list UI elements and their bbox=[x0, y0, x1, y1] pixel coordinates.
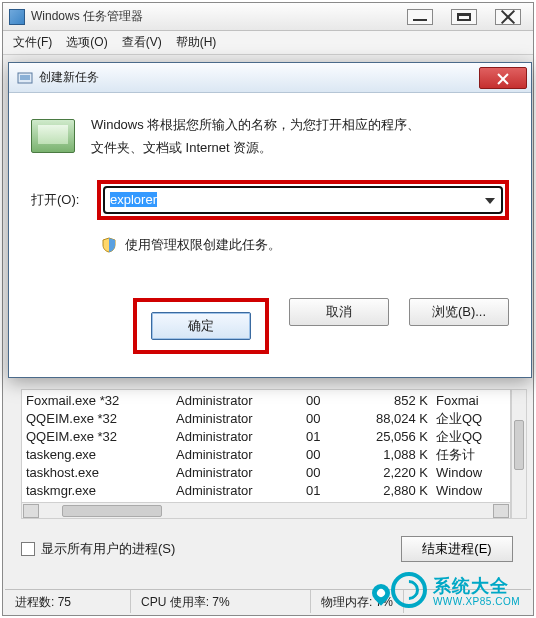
proc-mem: 88,024 K bbox=[346, 410, 436, 428]
proc-desc: Foxmai bbox=[436, 392, 510, 410]
menu-options[interactable]: 选项(O) bbox=[66, 34, 107, 51]
run-program-icon bbox=[31, 113, 75, 157]
open-input[interactable] bbox=[103, 186, 503, 214]
app-icon bbox=[9, 9, 25, 25]
proc-desc: 企业QQ bbox=[436, 428, 510, 446]
open-input-highlight bbox=[97, 180, 509, 220]
open-label: 打开(O): bbox=[31, 191, 91, 209]
proc-cpu: 00 bbox=[306, 446, 346, 464]
proc-cpu: 01 bbox=[306, 482, 346, 500]
checkbox-icon[interactable] bbox=[21, 542, 35, 556]
status-process-count: 进程数: 75 bbox=[5, 590, 131, 613]
window-title: Windows 任务管理器 bbox=[31, 8, 407, 25]
table-row[interactable]: QQEIM.exe *32Administrator0125,056 K企业QQ bbox=[26, 428, 510, 446]
process-list[interactable]: Foxmail.exe *32Administrator00852 KFoxma… bbox=[21, 389, 511, 519]
proc-cpu: 00 bbox=[306, 392, 346, 410]
scroll-thumb[interactable] bbox=[62, 505, 162, 517]
cancel-button[interactable]: 取消 bbox=[289, 298, 389, 326]
dialog-description-line2: 文件夹、文档或 Internet 资源。 bbox=[91, 136, 420, 159]
menu-view[interactable]: 查看(V) bbox=[122, 34, 162, 51]
dialog-description-line1: Windows 将根据您所输入的名称，为您打开相应的程序、 bbox=[91, 113, 420, 136]
menu-file[interactable]: 文件(F) bbox=[13, 34, 52, 51]
proc-cpu: 00 bbox=[306, 464, 346, 482]
close-button[interactable] bbox=[495, 9, 521, 25]
table-row[interactable]: taskeng.exeAdministrator001,088 K任务计 bbox=[26, 446, 510, 464]
proc-name: taskmgr.exe bbox=[26, 482, 176, 500]
dialog-titlebar[interactable]: 创建新任务 bbox=[9, 63, 531, 93]
proc-user: Administrator bbox=[176, 482, 306, 500]
proc-mem: 25,056 K bbox=[346, 428, 436, 446]
proc-desc: 任务计 bbox=[436, 446, 510, 464]
table-row[interactable]: taskmgr.exeAdministrator012,880 KWindow bbox=[26, 482, 510, 500]
scroll-thumb[interactable] bbox=[514, 420, 524, 470]
scroll-right-button[interactable] bbox=[493, 504, 509, 518]
dialog-title: 创建新任务 bbox=[39, 69, 479, 86]
menu-help[interactable]: 帮助(H) bbox=[176, 34, 217, 51]
proc-name: taskhost.exe bbox=[26, 464, 176, 482]
watermark-logo-icon bbox=[391, 572, 427, 608]
watermark-text-en: WWW.XP85.COM bbox=[433, 596, 520, 607]
proc-mem: 2,220 K bbox=[346, 464, 436, 482]
run-dialog-icon bbox=[17, 70, 33, 86]
proc-user: Administrator bbox=[176, 446, 306, 464]
show-all-users-checkbox[interactable]: 显示所有用户的进程(S) bbox=[21, 540, 175, 558]
minimize-button[interactable] bbox=[407, 9, 433, 25]
show-all-users-label: 显示所有用户的进程(S) bbox=[41, 540, 175, 558]
proc-cpu: 00 bbox=[306, 410, 346, 428]
table-row[interactable]: QQEIM.exe *32Administrator0088,024 K企业QQ bbox=[26, 410, 510, 428]
vertical-scrollbar[interactable] bbox=[511, 389, 527, 519]
admin-note: 使用管理权限创建此任务。 bbox=[125, 236, 281, 254]
proc-user: Administrator bbox=[176, 428, 306, 446]
menubar: 文件(F) 选项(O) 查看(V) 帮助(H) bbox=[3, 31, 533, 55]
end-process-button[interactable]: 结束进程(E) bbox=[401, 536, 513, 562]
proc-user: Administrator bbox=[176, 392, 306, 410]
horizontal-scrollbar[interactable] bbox=[22, 502, 510, 518]
proc-user: Administrator bbox=[176, 464, 306, 482]
table-row[interactable]: Foxmail.exe *32Administrator00852 KFoxma… bbox=[26, 392, 510, 410]
ok-button[interactable]: 确定 bbox=[151, 312, 251, 340]
proc-name: QQEIM.exe *32 bbox=[26, 428, 176, 446]
proc-name: taskeng.exe bbox=[26, 446, 176, 464]
proc-cpu: 01 bbox=[306, 428, 346, 446]
proc-mem: 2,880 K bbox=[346, 482, 436, 500]
titlebar[interactable]: Windows 任务管理器 bbox=[3, 3, 533, 31]
shield-icon bbox=[101, 237, 117, 253]
svg-rect-1 bbox=[20, 75, 30, 80]
proc-name: QQEIM.exe *32 bbox=[26, 410, 176, 428]
proc-name: Foxmail.exe *32 bbox=[26, 392, 176, 410]
table-row[interactable]: taskhost.exeAdministrator002,220 KWindow bbox=[26, 464, 510, 482]
proc-desc: Window bbox=[436, 464, 510, 482]
proc-mem: 852 K bbox=[346, 392, 436, 410]
ok-button-highlight: 确定 bbox=[133, 298, 269, 354]
create-task-dialog: 创建新任务 Windows 将根据您所输入的名称，为您打开相应的程序、 文件夹、… bbox=[8, 62, 532, 378]
proc-desc: 企业QQ bbox=[436, 410, 510, 428]
watermark-text-cn: 系统大全 bbox=[433, 574, 520, 598]
dialog-description: Windows 将根据您所输入的名称，为您打开相应的程序、 文件夹、文档或 In… bbox=[91, 113, 420, 160]
watermark: 系统大全 WWW.XP85.COM bbox=[391, 572, 520, 608]
status-cpu-usage: CPU 使用率: 7% bbox=[131, 590, 311, 613]
proc-desc: Window bbox=[436, 482, 510, 500]
proc-user: Administrator bbox=[176, 410, 306, 428]
maximize-button[interactable] bbox=[451, 9, 477, 25]
proc-mem: 1,088 K bbox=[346, 446, 436, 464]
browse-button[interactable]: 浏览(B)... bbox=[409, 298, 509, 326]
scroll-left-button[interactable] bbox=[23, 504, 39, 518]
dialog-close-button[interactable] bbox=[479, 67, 527, 89]
